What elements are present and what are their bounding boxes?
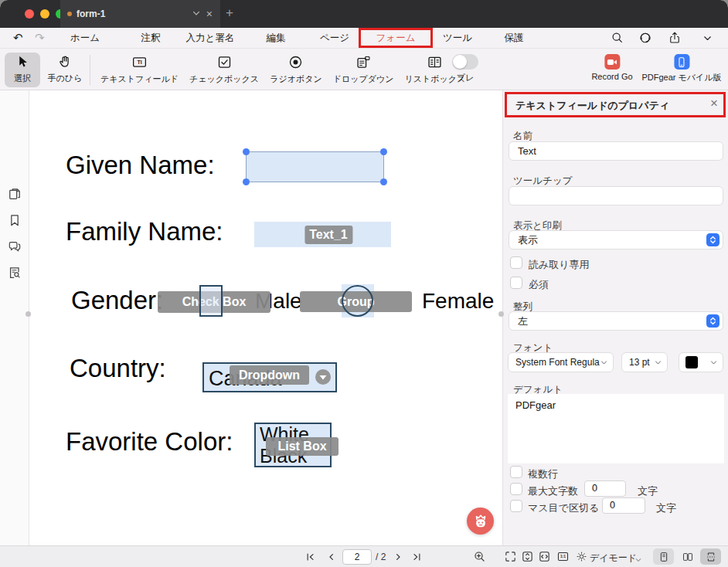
comb-checkbox[interactable] (510, 500, 522, 512)
day-mode-sun-icon (576, 551, 587, 565)
resize-handle-bottom-right[interactable] (380, 178, 387, 185)
font-size-select[interactable]: 13 pt (621, 352, 668, 372)
female-option-label: Female (422, 290, 494, 312)
tab-fill-sign[interactable]: 入力と署名 (186, 28, 235, 48)
tab-close-icon[interactable]: × (206, 8, 213, 20)
tab-annotate[interactable]: 注釈 (141, 28, 161, 48)
share-icon[interactable] (668, 31, 682, 48)
next-page-icon[interactable] (392, 551, 404, 566)
country-label: Country: (70, 355, 166, 381)
required-label: 必須 (529, 278, 549, 292)
text-field-tool-label: テキストフィールド (100, 73, 179, 85)
tab-menu-chevron-icon[interactable] (191, 8, 202, 21)
comb-input[interactable]: 0 (602, 497, 645, 514)
required-checkbox[interactable] (510, 277, 522, 289)
panel-title: テキストフィールドのプロパティ (515, 99, 669, 113)
family-name-text-field[interactable]: Text_1 (254, 222, 391, 247)
mobile-app-button[interactable]: PDFgear モバイル版 (641, 54, 721, 83)
ai-assistant-button[interactable] (467, 508, 494, 535)
record-go-button[interactable]: Record Go (591, 54, 632, 81)
hand-tool-button[interactable]: 手のひら (48, 54, 83, 84)
multiline-checkbox[interactable] (510, 466, 522, 478)
resize-handle-top-right[interactable] (380, 148, 387, 155)
document-search-icon[interactable] (7, 265, 22, 284)
female-radio-field[interactable] (342, 285, 373, 317)
chevron-down-icon (600, 358, 608, 367)
dropdown-tool-button[interactable]: ドロップダウン (333, 54, 394, 85)
tab-edit[interactable]: 編集 (267, 28, 286, 48)
visibility-select[interactable]: 表示 (509, 230, 723, 250)
preview-toggle[interactable] (452, 54, 478, 70)
dropdown-arrow-button[interactable] (315, 368, 332, 389)
previous-page-icon[interactable] (325, 551, 338, 566)
font-color-select[interactable] (679, 352, 723, 372)
view-mode-chevron-icon[interactable] (634, 553, 642, 567)
fit-height-icon[interactable] (521, 550, 534, 566)
redo-button[interactable]: ↷ (35, 31, 45, 45)
checkbox-icon (216, 54, 233, 70)
full-screen-icon[interactable] (504, 550, 517, 566)
first-page-icon[interactable] (304, 551, 317, 566)
checkbox-tool-label: チェックボックス (189, 73, 259, 85)
mobile-app-label: PDFgear モバイル版 (641, 72, 721, 83)
properties-panel: テキストフィールドのプロパティ × 名前 Text ツールチップ 表示と印刷 表… (502, 90, 728, 545)
actual-size-icon[interactable] (556, 550, 570, 566)
page-thumbnails-icon[interactable] (7, 186, 22, 205)
tab-tools[interactable]: ツール (443, 28, 472, 48)
checkbox-tool-button[interactable]: チェックボックス (189, 54, 259, 85)
align-select[interactable]: 左 (509, 311, 723, 331)
document-tab[interactable]: form-1 × (60, 0, 220, 28)
text-field-icon (131, 54, 148, 70)
minimize-window-button[interactable] (40, 9, 49, 19)
readonly-label: 読み取り専用 (529, 258, 590, 272)
tooltip-input[interactable] (509, 186, 723, 205)
pdfgear-window: form-1 × + ↶ ↷ ホーム 注釈 入力と署名 編集 ページ フォーム … (0, 0, 728, 567)
tab-home[interactable]: ホーム (70, 28, 100, 48)
font-size-value: 13 pt (629, 357, 654, 368)
default-value-textarea[interactable]: PDFgear (508, 394, 724, 463)
close-window-button[interactable] (25, 9, 34, 19)
preview-toggle-group: プレ (452, 54, 478, 83)
bookmarks-icon[interactable] (7, 212, 22, 231)
select-tool-button[interactable]: 選択 (14, 54, 31, 84)
tab-protect[interactable]: 保護 (505, 28, 524, 48)
fit-width-icon[interactable] (538, 550, 551, 566)
readonly-checkbox[interactable] (510, 256, 522, 269)
radio-button-tool-button[interactable]: ラジオボタン (270, 54, 322, 85)
undo-button[interactable]: ↶ (13, 31, 23, 45)
mobile-phone-icon (674, 54, 689, 70)
support-icon[interactable] (638, 31, 652, 48)
hand-icon (57, 54, 73, 70)
zoom-in-icon[interactable] (473, 550, 486, 566)
scroll-view-button[interactable] (700, 548, 721, 565)
single-page-view-button[interactable] (653, 548, 674, 565)
cursor-icon (15, 54, 30, 70)
font-family-select[interactable]: System Font Regula (508, 352, 614, 372)
name-input[interactable]: Text (509, 141, 723, 161)
collapse-toolbar-chevron-icon[interactable] (702, 32, 713, 47)
page-number-input[interactable]: 2 (342, 549, 372, 565)
radio-button-tool-label: ラジオボタン (270, 73, 322, 85)
male-checkbox-field[interactable] (199, 285, 223, 317)
font-color-swatch (685, 356, 698, 368)
resize-handle-top-left[interactable] (243, 148, 250, 155)
panel-close-icon[interactable]: × (710, 96, 718, 111)
family-name-label: Family Name: (66, 219, 223, 244)
two-page-view-button[interactable] (677, 548, 698, 565)
preview-label: プレ (457, 72, 475, 83)
tab-title: form-1 (77, 8, 105, 19)
last-page-icon[interactable] (410, 551, 423, 566)
max-chars-checkbox[interactable] (510, 483, 522, 495)
given-name-text-field[interactable] (246, 151, 384, 182)
comments-icon[interactable] (7, 239, 22, 257)
text-field-tool-button[interactable]: テキストフィールド (100, 54, 179, 85)
panel-resize-handle[interactable] (498, 311, 504, 317)
tab-form[interactable]: フォーム (376, 28, 416, 48)
new-tab-button[interactable]: + (226, 5, 233, 21)
view-mode-selector[interactable]: デイモード (590, 552, 637, 565)
resize-handle-bottom-left[interactable] (243, 178, 250, 185)
sidebar-resize-handle[interactable] (26, 311, 31, 317)
search-icon[interactable] (611, 31, 624, 47)
max-chars-input[interactable]: 0 (584, 480, 626, 497)
tab-page[interactable]: ページ (320, 28, 349, 48)
